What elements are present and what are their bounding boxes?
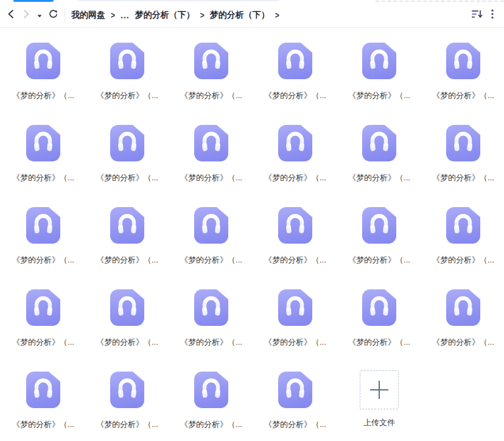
headphones-icon [33, 377, 54, 403]
plus-icon [370, 381, 388, 399]
forward-button[interactable] [18, 6, 34, 24]
breadcrumb-item-parent[interactable]: 梦的分析（下） [135, 10, 195, 21]
audio-file-icon [278, 289, 312, 326]
file-item[interactable]: 《梦的分析》（... [85, 43, 169, 125]
audio-file-icon [110, 289, 144, 326]
audio-file-icon [194, 207, 228, 244]
headphones-icon [33, 295, 54, 320]
audio-file-icon [278, 207, 312, 244]
file-label: 《梦的分析》（... [264, 90, 326, 101]
upload-tile-cell: 上传文件 [337, 372, 421, 441]
file-item[interactable]: 《梦的分析》（... [85, 207, 169, 289]
headphones-icon [285, 130, 306, 156]
file-item[interactable]: 《梦的分析》（... [337, 289, 421, 372]
file-item[interactable]: 《梦的分析》（... [337, 125, 421, 207]
headphones-icon [117, 130, 138, 156]
audio-file-icon [362, 207, 396, 244]
file-item[interactable]: 《梦的分析》（... [85, 372, 169, 441]
headphones-icon [201, 130, 222, 156]
file-item[interactable]: 《梦的分析》（... [253, 125, 337, 207]
file-label: 《梦的分析》（... [96, 337, 158, 348]
chevron-left-icon [7, 9, 14, 21]
file-item[interactable]: 《梦的分析》（... [253, 207, 337, 289]
file-label: 《梦的分析》（... [96, 255, 158, 266]
sort-button[interactable] [469, 6, 485, 24]
back-button[interactable] [2, 6, 18, 24]
headphones-icon [33, 48, 54, 74]
headphones-icon [117, 213, 138, 238]
caret-down-icon [37, 10, 42, 19]
upload-file-button[interactable] [360, 370, 399, 409]
more-options-button[interactable] [485, 6, 500, 24]
file-item[interactable]: 《梦的分析》（... [85, 125, 169, 207]
breadcrumb-item-current[interactable]: 梦的分析（下） [210, 10, 270, 21]
headphones-icon [33, 213, 54, 238]
headphones-icon [201, 377, 222, 403]
headphones-icon [201, 213, 222, 238]
file-item[interactable]: 《梦的分析》（... [421, 207, 504, 289]
dashed-top-strip [376, 0, 504, 2]
history-dropdown-button[interactable] [34, 6, 45, 24]
headphones-icon [453, 48, 474, 74]
file-item[interactable]: 《梦的分析》（... [421, 43, 504, 125]
file-item[interactable]: 《梦的分析》（... [1, 372, 85, 441]
breadcrumb-item-collapsed[interactable]: ... [121, 10, 130, 20]
audio-file-icon [362, 125, 396, 161]
headphones-icon [201, 295, 222, 320]
file-item[interactable]: 《梦的分析》（... [253, 43, 337, 125]
file-item[interactable]: 《梦的分析》（... [337, 207, 421, 289]
file-label: 《梦的分析》（... [12, 419, 74, 430]
audio-file-icon [26, 207, 60, 244]
file-item[interactable]: 《梦的分析》（... [1, 43, 85, 125]
file-item[interactable]: 《梦的分析》（... [85, 289, 169, 372]
audio-file-icon [110, 43, 144, 79]
file-label: 《梦的分析》（... [96, 90, 158, 101]
audio-file-icon [194, 43, 228, 79]
file-item[interactable]: 《梦的分析》（... [169, 289, 253, 372]
headphones-icon [285, 213, 306, 238]
audio-file-icon [446, 207, 480, 244]
file-item[interactable]: 《梦的分析》（... [1, 289, 85, 372]
file-item[interactable]: 《梦的分析》（... [169, 43, 253, 125]
breadcrumb-item-root[interactable]: 我的网盘 [71, 10, 105, 21]
headphones-icon [369, 213, 390, 238]
sort-descending-icon [471, 9, 483, 21]
audio-file-icon [194, 289, 228, 326]
audio-file-icon [26, 289, 60, 326]
audio-file-icon [362, 289, 396, 326]
file-item[interactable]: 《梦的分析》（... [421, 125, 504, 207]
inactive-tab-strip[interactable] [78, 0, 279, 1]
breadcrumb-trailing-separator[interactable]: > [275, 10, 279, 19]
file-item[interactable]: 《梦的分析》（... [169, 372, 253, 441]
active-tab-strip[interactable] [13, 0, 54, 2]
file-item[interactable]: 《梦的分析》（... [421, 289, 504, 372]
breadcrumb-separator: > [200, 10, 205, 19]
headphones-icon [285, 295, 306, 320]
refresh-button[interactable] [45, 6, 61, 24]
refresh-icon [48, 9, 58, 21]
headphones-icon [369, 130, 390, 156]
headphones-icon [117, 48, 138, 74]
headphones-icon [201, 48, 222, 74]
file-item[interactable]: 《梦的分析》（... [253, 289, 337, 372]
audio-file-icon [194, 372, 228, 408]
headphones-icon [453, 213, 474, 238]
file-item[interactable]: 《梦的分析》（... [169, 125, 253, 207]
headphones-icon [369, 48, 390, 74]
breadcrumb: 我的网盘 > ... 梦的分析（下） > 梦的分析（下） > [71, 10, 279, 21]
file-label: 《梦的分析》（... [264, 172, 326, 183]
file-label: 《梦的分析》（... [180, 337, 242, 348]
kebab-menu-icon [491, 9, 494, 21]
file-item[interactable]: 《梦的分析》（... [337, 43, 421, 125]
navigation-toolbar: 我的网盘 > ... 梦的分析（下） > 梦的分析（下） > [0, 2, 504, 28]
file-label: 《梦的分析》（... [264, 419, 326, 430]
file-item[interactable]: 《梦的分析》（... [1, 207, 85, 289]
audio-file-icon [26, 43, 60, 79]
audio-file-icon [278, 43, 312, 79]
headphones-icon [369, 295, 390, 320]
file-item[interactable]: 《梦的分析》（... [253, 372, 337, 441]
file-label: 《梦的分析》（... [12, 90, 74, 101]
file-label: 《梦的分析》（... [348, 90, 410, 101]
file-item[interactable]: 《梦的分析》（... [169, 207, 253, 289]
file-item[interactable]: 《梦的分析》（... [1, 125, 85, 207]
